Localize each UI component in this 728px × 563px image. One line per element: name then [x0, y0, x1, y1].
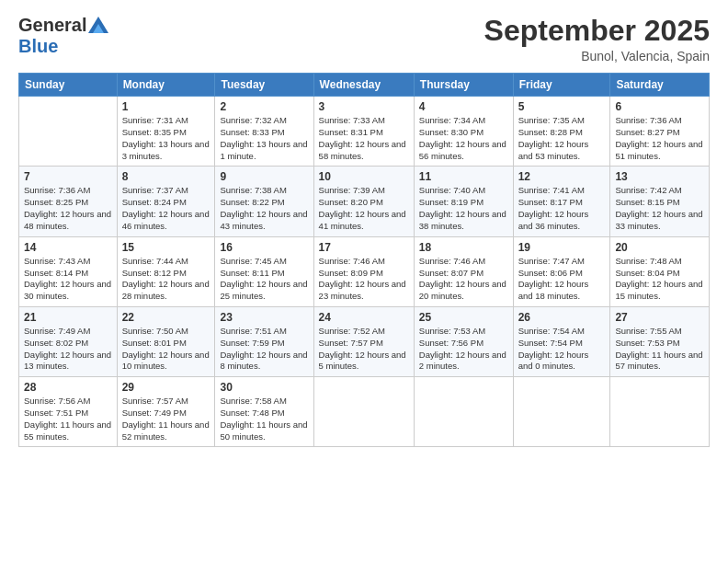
- calendar-cell: 24Sunrise: 7:52 AM Sunset: 7:57 PM Dayli…: [313, 306, 414, 376]
- logo-general: General: [18, 15, 86, 36]
- day-number: 16: [220, 241, 308, 254]
- calendar-cell: 4Sunrise: 7:34 AM Sunset: 8:30 PM Daylig…: [414, 97, 513, 167]
- day-number: 2: [220, 100, 308, 113]
- calendar-week-row: 28Sunrise: 7:56 AM Sunset: 7:51 PM Dayli…: [19, 377, 710, 447]
- day-number: 6: [615, 100, 704, 113]
- day-number: 26: [518, 311, 606, 324]
- day-info: Sunrise: 7:50 AM Sunset: 8:01 PM Dayligh…: [122, 326, 210, 373]
- day-info: Sunrise: 7:42 AM Sunset: 8:15 PM Dayligh…: [615, 185, 704, 232]
- calendar-cell: 12Sunrise: 7:41 AM Sunset: 8:17 PM Dayli…: [513, 167, 610, 236]
- calendar-header-monday: Monday: [117, 74, 215, 97]
- day-number: 3: [319, 100, 409, 113]
- calendar-cell: 8Sunrise: 7:37 AM Sunset: 8:24 PM Daylig…: [117, 167, 215, 236]
- calendar-cell: 3Sunrise: 7:33 AM Sunset: 8:31 PM Daylig…: [313, 97, 414, 167]
- calendar-cell: 7Sunrise: 7:36 AM Sunset: 8:25 PM Daylig…: [19, 167, 118, 236]
- day-info: Sunrise: 7:38 AM Sunset: 8:22 PM Dayligh…: [220, 185, 308, 232]
- header: General Blue September 2025 Bunol, Valen…: [18, 15, 710, 63]
- calendar-cell: 11Sunrise: 7:40 AM Sunset: 8:19 PM Dayli…: [414, 167, 513, 236]
- day-number: 18: [419, 241, 508, 254]
- day-info: Sunrise: 7:34 AM Sunset: 8:30 PM Dayligh…: [419, 115, 508, 162]
- calendar-cell: [513, 377, 610, 447]
- day-number: 23: [220, 311, 308, 324]
- day-number: 14: [24, 241, 112, 254]
- day-number: 9: [220, 170, 308, 183]
- calendar-cell: [313, 377, 414, 447]
- day-number: 15: [122, 241, 210, 254]
- calendar-cell: [414, 377, 513, 447]
- calendar-header-tuesday: Tuesday: [215, 74, 313, 97]
- day-info: Sunrise: 7:58 AM Sunset: 7:48 PM Dayligh…: [220, 396, 308, 442]
- day-info: Sunrise: 7:36 AM Sunset: 8:27 PM Dayligh…: [615, 115, 704, 162]
- calendar-cell: 23Sunrise: 7:51 AM Sunset: 7:59 PM Dayli…: [215, 306, 313, 376]
- day-number: 22: [122, 311, 210, 324]
- day-number: 11: [419, 170, 508, 183]
- day-info: Sunrise: 7:46 AM Sunset: 8:09 PM Dayligh…: [319, 256, 409, 303]
- day-number: 21: [24, 311, 112, 324]
- day-info: Sunrise: 7:31 AM Sunset: 8:35 PM Dayligh…: [122, 115, 210, 162]
- calendar-header-saturday: Saturday: [610, 74, 710, 97]
- day-number: 24: [319, 311, 409, 324]
- day-info: Sunrise: 7:39 AM Sunset: 8:20 PM Dayligh…: [319, 185, 409, 232]
- calendar-cell: [19, 97, 118, 167]
- day-number: 1: [122, 100, 210, 113]
- day-info: Sunrise: 7:45 AM Sunset: 8:11 PM Dayligh…: [220, 256, 308, 303]
- calendar-cell: [610, 377, 710, 447]
- day-number: 13: [615, 170, 704, 183]
- calendar-cell: 25Sunrise: 7:53 AM Sunset: 7:56 PM Dayli…: [414, 306, 513, 376]
- day-number: 10: [319, 170, 409, 183]
- day-number: 7: [24, 170, 112, 183]
- calendar-table: SundayMondayTuesdayWednesdayThursdayFrid…: [18, 73, 710, 447]
- page: General Blue September 2025 Bunol, Valen…: [0, 0, 728, 563]
- calendar-header-friday: Friday: [513, 74, 610, 97]
- calendar-cell: 10Sunrise: 7:39 AM Sunset: 8:20 PM Dayli…: [313, 167, 414, 236]
- calendar-header-thursday: Thursday: [414, 74, 513, 97]
- calendar-cell: 20Sunrise: 7:48 AM Sunset: 8:04 PM Dayli…: [610, 236, 710, 306]
- calendar-cell: 5Sunrise: 7:35 AM Sunset: 8:28 PM Daylig…: [513, 97, 610, 167]
- day-info: Sunrise: 7:48 AM Sunset: 8:04 PM Dayligh…: [615, 256, 704, 303]
- day-info: Sunrise: 7:56 AM Sunset: 7:51 PM Dayligh…: [24, 396, 112, 442]
- day-number: 29: [122, 381, 210, 394]
- day-info: Sunrise: 7:36 AM Sunset: 8:25 PM Dayligh…: [24, 185, 112, 232]
- calendar-cell: 9Sunrise: 7:38 AM Sunset: 8:22 PM Daylig…: [215, 167, 313, 236]
- day-number: 27: [615, 311, 704, 324]
- day-info: Sunrise: 7:35 AM Sunset: 8:28 PM Dayligh…: [518, 115, 606, 162]
- calendar-cell: 1Sunrise: 7:31 AM Sunset: 8:35 PM Daylig…: [117, 97, 215, 167]
- calendar-header-wednesday: Wednesday: [313, 74, 414, 97]
- day-info: Sunrise: 7:37 AM Sunset: 8:24 PM Dayligh…: [122, 185, 210, 232]
- day-info: Sunrise: 7:46 AM Sunset: 8:07 PM Dayligh…: [419, 256, 508, 303]
- day-info: Sunrise: 7:47 AM Sunset: 8:06 PM Dayligh…: [518, 256, 606, 303]
- calendar-cell: 21Sunrise: 7:49 AM Sunset: 8:02 PM Dayli…: [19, 306, 118, 376]
- day-info: Sunrise: 7:52 AM Sunset: 7:57 PM Dayligh…: [319, 326, 409, 373]
- day-info: Sunrise: 7:41 AM Sunset: 8:17 PM Dayligh…: [518, 185, 606, 232]
- calendar-cell: 30Sunrise: 7:58 AM Sunset: 7:48 PM Dayli…: [215, 377, 313, 447]
- day-info: Sunrise: 7:32 AM Sunset: 8:33 PM Dayligh…: [220, 115, 308, 162]
- day-number: 17: [319, 241, 409, 254]
- day-number: 12: [518, 170, 606, 183]
- calendar-cell: 16Sunrise: 7:45 AM Sunset: 8:11 PM Dayli…: [215, 236, 313, 306]
- calendar-cell: 18Sunrise: 7:46 AM Sunset: 8:07 PM Dayli…: [414, 236, 513, 306]
- calendar-week-row: 21Sunrise: 7:49 AM Sunset: 8:02 PM Dayli…: [19, 306, 710, 376]
- day-info: Sunrise: 7:54 AM Sunset: 7:54 PM Dayligh…: [518, 326, 606, 373]
- day-number: 28: [24, 381, 112, 394]
- day-number: 19: [518, 241, 606, 254]
- calendar-cell: 13Sunrise: 7:42 AM Sunset: 8:15 PM Dayli…: [610, 167, 710, 236]
- day-info: Sunrise: 7:57 AM Sunset: 7:49 PM Dayligh…: [122, 396, 210, 442]
- day-info: Sunrise: 7:49 AM Sunset: 8:02 PM Dayligh…: [24, 326, 112, 373]
- calendar-cell: 2Sunrise: 7:32 AM Sunset: 8:33 PM Daylig…: [215, 97, 313, 167]
- location: Bunol, Valencia, Spain: [484, 49, 710, 63]
- logo-blue-text: Blue: [18, 36, 58, 57]
- calendar-week-row: 14Sunrise: 7:43 AM Sunset: 8:14 PM Dayli…: [19, 236, 710, 306]
- day-number: 25: [419, 311, 508, 324]
- day-info: Sunrise: 7:44 AM Sunset: 8:12 PM Dayligh…: [122, 256, 210, 303]
- day-info: Sunrise: 7:43 AM Sunset: 8:14 PM Dayligh…: [24, 256, 112, 303]
- calendar-cell: 19Sunrise: 7:47 AM Sunset: 8:06 PM Dayli…: [513, 236, 610, 306]
- calendar-cell: 15Sunrise: 7:44 AM Sunset: 8:12 PM Dayli…: [117, 236, 215, 306]
- day-info: Sunrise: 7:51 AM Sunset: 7:59 PM Dayligh…: [220, 326, 308, 373]
- day-info: Sunrise: 7:33 AM Sunset: 8:31 PM Dayligh…: [319, 115, 409, 162]
- month-title: September 2025: [484, 15, 710, 47]
- calendar-cell: 22Sunrise: 7:50 AM Sunset: 8:01 PM Dayli…: [117, 306, 215, 376]
- calendar-week-row: 1Sunrise: 7:31 AM Sunset: 8:35 PM Daylig…: [19, 97, 710, 167]
- calendar-cell: 6Sunrise: 7:36 AM Sunset: 8:27 PM Daylig…: [610, 97, 710, 167]
- day-number: 5: [518, 100, 606, 113]
- calendar-header-sunday: Sunday: [19, 74, 118, 97]
